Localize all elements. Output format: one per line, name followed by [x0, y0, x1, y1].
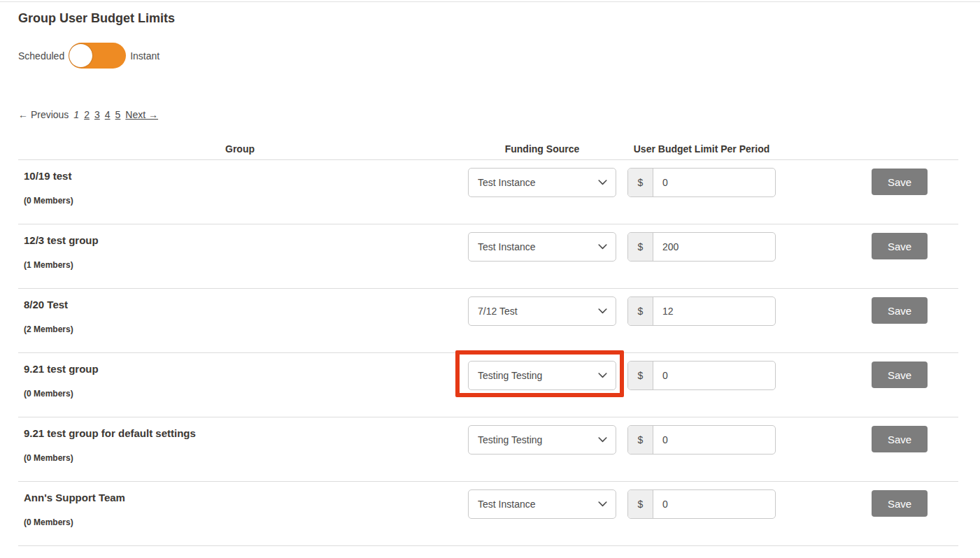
save-button[interactable]: Save [872, 362, 928, 388]
budget-input-group: $ [627, 232, 776, 262]
group-name: 8/20 Test [24, 299, 68, 310]
budget-limit-input[interactable] [653, 233, 775, 261]
budget-limit-input[interactable] [653, 490, 775, 518]
budget-input-group: $ [627, 168, 776, 197]
funding-source-select-wrap: Testing Testing [468, 425, 616, 455]
currency-prefix: $ [628, 169, 653, 196]
save-button[interactable]: Save [872, 426, 928, 452]
currency-prefix: $ [628, 426, 653, 454]
group-members-count: (0 Members) [24, 517, 73, 527]
group-members-count: (1 Members) [24, 260, 73, 270]
pagination-page-3[interactable]: 3 [94, 108, 100, 121]
column-header-funding-source: Funding Source [468, 143, 616, 155]
save-button[interactable]: Save [872, 233, 928, 259]
toggle-knob-icon[interactable] [69, 44, 92, 67]
table-row: 10/19 test (0 Members) Test Instance $ S… [18, 160, 958, 224]
funding-source-select-wrap: Testing Testing [468, 361, 616, 390]
group-name: 12/3 test group [24, 234, 99, 246]
pagination-page-1-current: 1 [73, 108, 79, 121]
group-members-count: (0 Members) [24, 453, 73, 463]
save-button[interactable]: Save [872, 169, 928, 195]
funding-source-select[interactable]: 7/12 Test [468, 296, 616, 326]
budget-limit-input[interactable] [653, 169, 775, 196]
table-row: 12/3 test group (1 Members) Test Instanc… [18, 224, 958, 289]
funding-source-select[interactable]: Test Instance [468, 489, 616, 519]
schedule-toggle-row: Scheduled Instant [18, 43, 958, 69]
group-name: 9.21 test group [24, 363, 99, 375]
table-row: Ann's Support Team (0 Members) Test Inst… [18, 482, 958, 546]
scheduled-instant-toggle[interactable] [69, 43, 126, 69]
group-name: Ann's Support Team [24, 492, 125, 503]
pagination-page-2[interactable]: 2 [84, 108, 90, 121]
table-row: 9.21 test group (0 Members) Testing Test… [18, 353, 958, 417]
group-name: 10/19 test [24, 170, 71, 182]
top-divider [0, 1, 980, 2]
group-members-count: (0 Members) [24, 389, 73, 399]
pagination-page-4[interactable]: 4 [105, 108, 111, 121]
column-header-budget-limit: User Budget Limit Per Period [627, 143, 776, 155]
funding-source-select[interactable]: Test Instance [468, 168, 616, 197]
funding-source-select-wrap: Test Instance [468, 232, 616, 262]
funding-source-select[interactable]: Testing Testing [468, 425, 616, 455]
group-name: 9.21 test group for default settings [24, 427, 196, 439]
pagination-next[interactable]: Next → [125, 108, 158, 121]
save-button[interactable]: Save [872, 490, 928, 517]
table-header-row: Group Funding Source User Budget Limit P… [18, 143, 958, 160]
funding-source-select[interactable]: Testing Testing [468, 361, 616, 390]
budget-input-group: $ [627, 296, 776, 326]
funding-source-select-wrap: Test Instance [468, 489, 616, 519]
group-members-count: (0 Members) [24, 196, 73, 206]
budget-input-group: $ [627, 425, 776, 455]
column-header-group: Group [18, 143, 462, 155]
table-row: 9.21 test group for default settings (0 … [18, 417, 958, 482]
currency-prefix: $ [628, 233, 653, 261]
page-title: Group User Budget Limits [18, 10, 958, 26]
funding-source-select-wrap: Test Instance [468, 168, 616, 197]
budget-input-group: $ [627, 489, 776, 519]
pagination-page-5[interactable]: 5 [115, 108, 121, 121]
budget-input-group: $ [627, 361, 776, 390]
toggle-label-instant: Instant [130, 50, 159, 62]
currency-prefix: $ [628, 490, 653, 518]
currency-prefix: $ [628, 362, 653, 389]
budget-limits-page: Group User Budget Limits Scheduled Insta… [0, 10, 980, 546]
budget-limit-input[interactable] [653, 362, 775, 389]
group-members-count: (2 Members) [24, 324, 73, 334]
budget-limit-input[interactable] [653, 426, 775, 454]
toggle-label-scheduled: Scheduled [18, 50, 64, 62]
funding-source-select[interactable]: Test Instance [468, 232, 616, 262]
table-body: 10/19 test (0 Members) Test Instance $ S… [18, 160, 958, 546]
funding-source-select-wrap: 7/12 Test [468, 296, 616, 326]
pagination: ← Previous 1 2 3 4 5 Next → [18, 108, 958, 121]
budget-limit-input[interactable] [653, 297, 775, 325]
currency-prefix: $ [628, 297, 653, 325]
table-row: 8/20 Test (2 Members) 7/12 Test $ Save [18, 289, 958, 353]
pagination-previous: ← Previous [18, 108, 69, 121]
save-button[interactable]: Save [872, 297, 928, 324]
